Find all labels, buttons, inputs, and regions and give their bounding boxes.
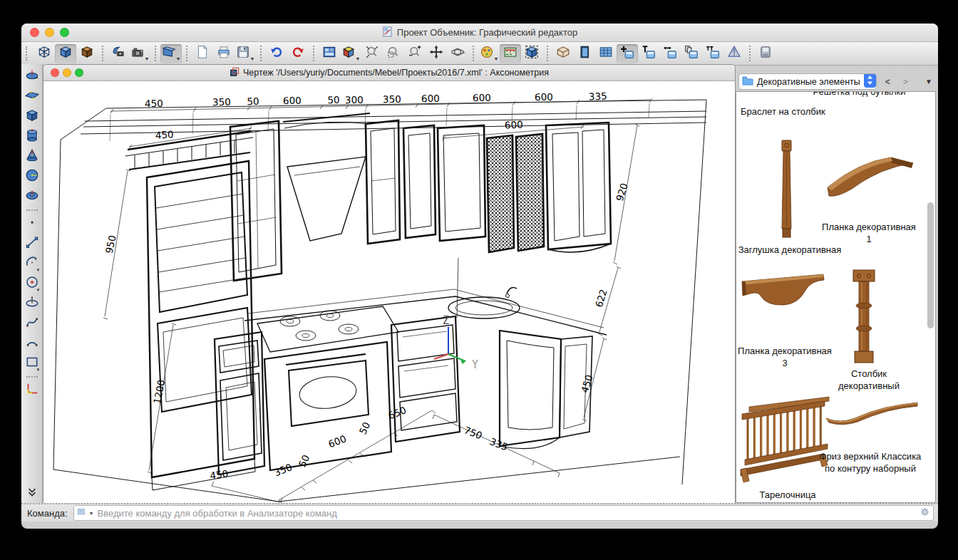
toolbar-add-box-button[interactable] [617, 44, 638, 63]
library-item-label[interactable]: Тарелочница [745, 489, 830, 502]
toolbar-zoom-extents-button[interactable] [361, 44, 383, 63]
library-item-label[interactable]: Столбик декоративный [820, 368, 917, 393]
tool-arc-tool-button[interactable]: ▼ [23, 254, 41, 274]
command-history-icon[interactable] [77, 507, 87, 519]
toolbar-solid-cube-button[interactable] [55, 44, 76, 63]
tool-spline-tool-button[interactable] [23, 313, 41, 333]
toolbar-save-button[interactable]: ▼ [235, 44, 256, 63]
toolbar-print-button[interactable] [213, 44, 235, 63]
dropdown-caret-icon[interactable]: ▼ [356, 56, 361, 63]
library-item-thumb-plate-rack[interactable] [739, 394, 833, 491]
toolbar-render-camera-button[interactable] [108, 44, 129, 63]
toolbar-box-multi-button[interactable] [702, 44, 723, 63]
tool-fillet-tool-button[interactable] [23, 380, 41, 400]
dimension-label: 50 [247, 95, 259, 107]
tool-cylinder-tool-button[interactable] [23, 127, 41, 147]
toolbar-windows-layout-button[interactable] [319, 44, 340, 63]
library-item-thumb-post[interactable] [765, 139, 808, 243]
drawing-window-titlebar[interactable]: Чертеж '/Users/yuriy/Documents/Mebel/Про… [43, 65, 735, 81]
tool-plane-tool-button[interactable] [23, 87, 41, 107]
toolbar-textured-cube-button[interactable] [76, 44, 98, 63]
prev-category-button[interactable]: < [881, 77, 895, 87]
selector-stepper-icon[interactable] [864, 73, 876, 90]
zoom-button[interactable] [60, 28, 69, 37]
tool-cone-tool-button[interactable] [23, 147, 41, 167]
tool-rectangle-tool-button[interactable]: ▼ [23, 353, 41, 373]
toolbar-drag-handle[interactable] [26, 46, 30, 61]
toolbar-select-object-button[interactable] [521, 44, 542, 63]
toolbar-new-document-button[interactable] [192, 44, 213, 63]
colored-cube-icon [341, 45, 356, 62]
toolbar-box-height-button[interactable] [638, 44, 659, 63]
panel-scrollbar-thumb[interactable] [927, 202, 934, 328]
close-button[interactable] [51, 68, 59, 77]
library-item-thumb-plank1[interactable] [823, 143, 917, 219]
drawing-canvas[interactable]: 4503505060050300350600600600335450600950… [43, 81, 735, 503]
library-item-label[interactable]: Решетка под бутылки [800, 91, 918, 98]
wireframe-cube-icon [37, 45, 51, 62]
dropdown-caret-icon[interactable]: ▼ [494, 56, 499, 63]
library-item-label[interactable]: Браслет на столбик [741, 106, 890, 118]
toolbar-database-button[interactable] [755, 44, 776, 63]
library-item-thumb-frieze[interactable] [823, 394, 920, 432]
toolbar-wireframe-pyramid-button[interactable] [723, 44, 745, 63]
minimize-button[interactable] [45, 28, 54, 37]
library-item-label[interactable]: Планка декоративная 1 [819, 222, 919, 246]
dimension-label: 600 [473, 92, 491, 103]
toolbar-separator [749, 46, 751, 61]
toolbar-orbit-button[interactable] [447, 44, 468, 63]
tool-ellipse-tool-button[interactable] [23, 294, 41, 313]
library-item-label[interactable]: Заглушка декоративная [736, 244, 843, 256]
dropdown-caret-icon[interactable]: ▼ [250, 56, 255, 63]
toolbar-paint-button[interactable]: ▼ [478, 44, 500, 63]
dropdown-caret-icon[interactable]: ▼ [176, 56, 181, 63]
close-button[interactable] [30, 28, 39, 37]
dropdown-caret-icon[interactable]: ▼ [36, 288, 41, 292]
pan-icon [429, 45, 443, 62]
toolbar-dimensions-button[interactable] [500, 44, 521, 63]
library-item-label[interactable]: Фриз верхний Классика по контуру наборны… [818, 451, 923, 475]
tool-point-tool-button[interactable] [23, 214, 41, 234]
dropdown-caret-icon[interactable]: ▼ [36, 368, 41, 372]
zoom-button[interactable] [75, 68, 83, 77]
library-item-label[interactable]: Планка декоративная 3 [736, 346, 833, 370]
toolbar-table-button[interactable] [595, 44, 617, 63]
drawing-window-title-wrap: Чертеж '/Users/yuriy/Documents/Mebel/Про… [230, 67, 549, 79]
toolbar-zoom-plusminus-button[interactable] [404, 44, 426, 63]
tool-line-tool-button[interactable] [23, 234, 41, 254]
tool-circle-tool-button[interactable]: ▼ [23, 274, 41, 294]
toolbar-box-copy-button[interactable] [681, 44, 702, 63]
zoom-window-icon [386, 45, 401, 62]
toolbar-room-button[interactable] [552, 44, 574, 63]
tool-box-tool-button[interactable] [23, 107, 41, 127]
next-category-button[interactable]: > [899, 77, 912, 87]
tool-arc3-tool-button[interactable] [23, 333, 41, 353]
fillet-tool-icon [25, 382, 39, 399]
toolbar-pan-button[interactable] [426, 44, 447, 63]
toolbar-colored-cube-button[interactable]: ▼ [340, 44, 361, 63]
tool-disc-tool-button[interactable] [23, 67, 41, 87]
dropdown-caret-icon[interactable]: ▼ [145, 56, 150, 63]
toolbar-box-width-button[interactable] [659, 44, 681, 63]
box-tool-icon [25, 108, 39, 125]
tool-sphere-tool-button[interactable] [23, 167, 41, 187]
toolbar-prism-view-button[interactable]: ▼ [160, 44, 182, 63]
dimension-label: 950 [103, 234, 118, 255]
toolbar-door-button[interactable] [574, 44, 595, 63]
tool-more-tools-button[interactable] [23, 483, 41, 503]
panel-menu-caret-icon[interactable]: ▼ [925, 78, 934, 85]
toolbar-wireframe-cube-button[interactable] [34, 44, 55, 63]
toolbar-camera-button[interactable]: ▼ [129, 44, 150, 63]
toolbar-zoom-window-button[interactable] [383, 44, 404, 63]
command-input[interactable] [96, 507, 917, 519]
tool-torus-tool-button[interactable] [23, 187, 41, 207]
command-dropdown-caret-icon[interactable]: ▼ [89, 511, 94, 516]
category-selector[interactable]: Декоративные элементы [738, 73, 877, 90]
command-settings-icon[interactable] [920, 507, 930, 520]
minimize-button[interactable] [63, 68, 71, 77]
library-item-thumb-plank3[interactable] [739, 271, 829, 320]
library-item-thumb-column[interactable] [843, 269, 885, 367]
toolbar-undo-button[interactable] [266, 44, 287, 63]
toolbar-redo-button[interactable] [287, 44, 309, 63]
dropdown-caret-icon[interactable]: ▼ [36, 268, 41, 272]
